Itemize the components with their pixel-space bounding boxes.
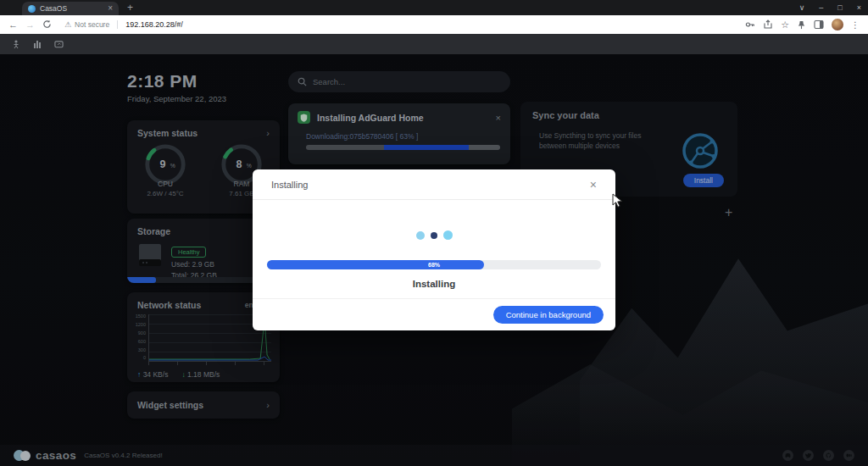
modal-close-icon[interactable]: × xyxy=(590,178,597,191)
new-tab-button[interactable]: + xyxy=(127,2,133,14)
window-minimize-button[interactable]: – xyxy=(819,3,823,12)
loading-dots-icon xyxy=(253,230,615,240)
bookmark-star-icon[interactable]: ☆ xyxy=(781,19,789,31)
security-label: Not secure xyxy=(75,20,109,29)
installing-modal: Installing × 68% Installing Continue in … xyxy=(253,169,615,330)
site-security-chip[interactable]: ⚠ Not secure xyxy=(64,20,118,29)
addressbar-actions: ☆ ⋮ xyxy=(745,19,860,31)
window-controls: ∨ – □ × xyxy=(799,0,861,15)
window-close-button[interactable]: × xyxy=(857,3,861,12)
mouse-cursor xyxy=(612,193,624,208)
modal-progress-label: 68% xyxy=(267,260,601,269)
browser-titlebar: CasaOS × + ∨ – □ × xyxy=(0,0,868,15)
modal-progress-track: 68% xyxy=(267,260,601,269)
side-panel-icon[interactable] xyxy=(814,19,824,30)
screen: CasaOS × + ∨ – □ × ← → ⚠ Not secure 192.… xyxy=(0,0,868,466)
warning-icon: ⚠ xyxy=(64,20,71,29)
display-icon[interactable] xyxy=(54,40,64,49)
extensions-pin-icon[interactable] xyxy=(797,20,806,30)
window-maximize-button[interactable]: □ xyxy=(837,3,842,12)
reload-button[interactable] xyxy=(42,19,52,31)
tab-title: CasaOS xyxy=(40,4,103,13)
tab-close-icon[interactable]: × xyxy=(108,4,113,13)
browser-menu-icon[interactable]: ⋮ xyxy=(851,20,860,30)
browser-tab-casaos[interactable]: CasaOS × xyxy=(22,2,119,15)
continue-in-background-button[interactable]: Continue in background xyxy=(493,306,604,324)
modal-title: Installing xyxy=(271,180,590,190)
forward-button[interactable]: → xyxy=(25,20,35,30)
password-key-icon[interactable] xyxy=(745,19,755,30)
profile-avatar[interactable] xyxy=(832,19,843,31)
browser-addressbar: ← → ⚠ Not secure 192.168.20.28/#/ ☆ ⋮ xyxy=(0,15,868,34)
tab-search-chevron-icon[interactable]: ∨ xyxy=(799,3,805,12)
modal-status-text: Installing xyxy=(253,279,615,289)
back-button[interactable]: ← xyxy=(8,20,18,30)
stats-columns-icon[interactable] xyxy=(33,40,42,49)
person-icon[interactable] xyxy=(12,40,20,49)
share-icon[interactable] xyxy=(763,19,773,30)
page-top-bar xyxy=(0,34,868,54)
casaos-favicon-icon xyxy=(28,5,36,13)
url-text[interactable]: 192.168.20.28/#/ xyxy=(125,20,737,29)
